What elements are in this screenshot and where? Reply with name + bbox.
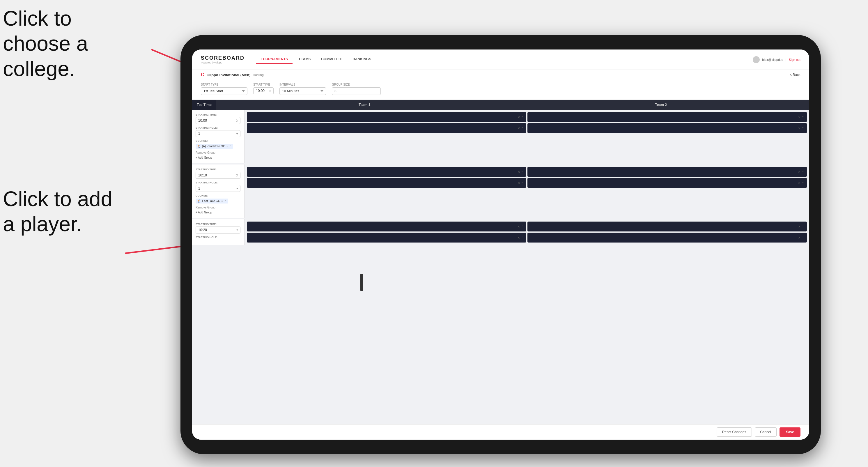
slot-x-4-1[interactable]: ✕ <box>798 170 801 174</box>
nav-tab-tournaments[interactable]: TOURNAMENTS <box>256 55 292 64</box>
add-group-btn-2[interactable]: + Add Group <box>196 210 241 215</box>
player-slot-1-1[interactable]: ✕ ⌃ <box>247 112 526 122</box>
tee-time-col-2: STARTING TIME: 10:10 ⏱ STARTING HOLE: 1 … <box>192 164 245 218</box>
user-avatar <box>753 56 760 63</box>
course-remove-2[interactable]: × <box>221 200 223 203</box>
slot-chevron-6-1[interactable]: ⌃ <box>802 225 804 228</box>
intervals-select[interactable]: 10 Minutes <box>279 87 326 95</box>
sign-out-link[interactable]: Sign out <box>789 58 801 61</box>
time-value-2: 10:10 <box>196 172 234 179</box>
group-actions-2: Remove Group + Add Group <box>196 205 241 215</box>
player-slot-6-1[interactable]: ✕ ⌃ <box>527 222 807 231</box>
team1-col-3: ✕ ⌃ ✕ ⌃ <box>247 222 526 243</box>
slot-chevron-2-1[interactable]: ⌃ <box>802 116 804 119</box>
course-label-1: COURSE: <box>196 139 241 143</box>
slot-x-6-2[interactable]: ✕ <box>798 236 801 239</box>
setting-group-size: Group Size <box>332 83 381 97</box>
player-slot-3-2[interactable]: ✕ ⌃ <box>247 178 526 188</box>
slot-x-3-1[interactable]: ✕ <box>518 170 520 174</box>
player-slot-4-1[interactable]: ✕ ⌃ <box>527 167 807 177</box>
group-size-input[interactable] <box>332 87 381 95</box>
player-slot-2-2[interactable]: ✕ ⌃ <box>527 123 807 133</box>
remove-group-btn-1[interactable]: Remove Group <box>196 151 241 155</box>
cancel-button[interactable]: Cancel <box>755 427 777 437</box>
app-logo-sub: Powered by clippd <box>201 61 245 64</box>
player-slot-5-2[interactable]: ✕ ⌃ <box>247 232 526 243</box>
start-time-label: Start Time <box>253 83 274 86</box>
table-header: Tee Time Team 1 Team 2 <box>192 100 809 110</box>
hole-select-1[interactable]: 1 <box>196 130 241 137</box>
reset-changes-button[interactable]: Reset Changes <box>717 427 752 437</box>
app-header: SCOREBOARD Powered by clippd TOURNAMENTS… <box>192 50 809 70</box>
teams-area-3: ✕ ⌃ ✕ ⌃ <box>245 219 809 245</box>
course-name-2: East Lake GC <box>202 199 220 203</box>
player-slot-4-2[interactable]: ✕ ⌃ <box>527 178 807 188</box>
nav-tab-teams[interactable]: TEAMS <box>294 55 315 64</box>
course-tag-1: 🏌 (A) Peachtree GC × ⌃ <box>196 144 233 149</box>
separator: | <box>786 58 786 61</box>
slot-chevron-4-2[interactable]: ⌃ <box>802 181 804 185</box>
slot-chevron-5-1[interactable]: ⌃ <box>521 225 523 228</box>
slot-x-3-2[interactable]: ✕ <box>518 181 520 185</box>
hole-select-2[interactable]: 1 <box>196 185 241 192</box>
starting-hole-label-1: STARTING HOLE: <box>196 126 241 129</box>
slot-x-2-1[interactable]: ✕ <box>798 116 801 119</box>
start-time-input-row: 10:00 ⏱ <box>253 87 274 94</box>
slot-x-2-2[interactable]: ✕ <box>798 127 801 130</box>
course-label-2: COURSE: <box>196 194 241 197</box>
start-type-select[interactable]: 1st Tee Start <box>201 87 247 95</box>
time-value-3: 10:20 <box>196 227 234 233</box>
setting-start-time: Start Time 10:00 ⏱ <box>253 83 274 97</box>
player-slot-5-1[interactable]: ✕ ⌃ <box>247 222 526 231</box>
slot-chevron-1-1[interactable]: ⌃ <box>521 116 523 119</box>
starting-hole-label-2: STARTING HOLE: <box>196 181 241 184</box>
slot-chevron-4-1[interactable]: ⌃ <box>802 170 804 174</box>
nav-tabs: TOURNAMENTS TEAMS COMMITTEE RANKINGS <box>256 55 753 64</box>
add-group-btn-1[interactable]: + Add Group <box>196 155 241 160</box>
course-chevron-1[interactable]: ⌃ <box>229 145 231 148</box>
course-name-1: (A) Peachtree GC <box>202 145 225 148</box>
slot-x-6-1[interactable]: ✕ <box>798 225 801 228</box>
player-slot-6-2[interactable]: ✕ ⌃ <box>527 232 807 243</box>
nav-tab-rankings[interactable]: RANKINGS <box>348 55 376 64</box>
setting-start-type: Start Type 1st Tee Start <box>201 83 247 97</box>
player-slot-3-1[interactable]: ✕ ⌃ <box>247 167 526 177</box>
course-chevron-2[interactable]: ⌃ <box>224 200 226 203</box>
course-remove-1[interactable]: × <box>226 145 228 148</box>
nav-tab-committee[interactable]: COMMITTEE <box>316 55 347 64</box>
teams-area-2: ✕ ⌃ ✕ ⌃ <box>245 164 809 218</box>
slot-x-1-1[interactable]: ✕ <box>518 116 520 119</box>
hosting-badge: Hosting <box>253 73 264 76</box>
annotation-top: Click to choose a college. <box>3 6 143 81</box>
clock-icon-3: ⏱ <box>234 227 240 233</box>
start-type-label: Start Type <box>201 83 247 86</box>
group-row-1: STARTING TIME: 10:00 ⏱ STARTING HOLE: 1 … <box>192 110 809 164</box>
player-slot-1-2[interactable]: ✕ ⌃ <box>247 123 526 133</box>
player-slot-2-1[interactable]: ✕ ⌃ <box>527 112 807 122</box>
team2-col-3: ✕ ⌃ ✕ ⌃ <box>527 222 807 243</box>
team1-col-2: ✕ ⌃ ✕ ⌃ <box>247 167 526 216</box>
breadcrumb: C Clippd Invitational (Men) Hosting <box>201 72 264 77</box>
slot-x-5-1[interactable]: ✕ <box>518 225 520 228</box>
slot-x-5-2[interactable]: ✕ <box>518 236 520 239</box>
starting-hole-label-3: STARTING HOLE: <box>196 236 241 239</box>
save-button[interactable]: Save <box>779 427 801 437</box>
slot-x-4-2[interactable]: ✕ <box>798 181 801 185</box>
starting-time-label-3: STARTING TIME: <box>196 223 241 226</box>
remove-group-btn-2[interactable]: Remove Group <box>196 205 241 210</box>
slot-chevron-2-2[interactable]: ⌃ <box>802 127 804 130</box>
slot-chevron-1-2[interactable]: ⌃ <box>521 127 523 130</box>
clock-icon-2: ⏱ <box>234 173 240 178</box>
slot-chevron-5-2[interactable]: ⌃ <box>521 236 523 239</box>
tee-time-col-1: STARTING TIME: 10:00 ⏱ STARTING HOLE: 1 … <box>192 110 245 163</box>
app-logo-title: SCOREBOARD <box>201 55 245 61</box>
back-button[interactable]: Back <box>790 73 801 77</box>
slot-chevron-3-1[interactable]: ⌃ <box>521 170 523 174</box>
slot-chevron-3-2[interactable]: ⌃ <box>521 181 523 185</box>
main-content: STARTING TIME: 10:00 ⏱ STARTING HOLE: 1 … <box>192 110 809 424</box>
time-input-1: 10:00 ⏱ <box>196 117 241 124</box>
slot-chevron-6-2[interactable]: ⌃ <box>802 236 804 239</box>
tablet-frame: SCOREBOARD Powered by clippd TOURNAMENTS… <box>181 35 821 454</box>
c-logo: C <box>201 72 204 77</box>
slot-x-1-2[interactable]: ✕ <box>518 127 520 130</box>
